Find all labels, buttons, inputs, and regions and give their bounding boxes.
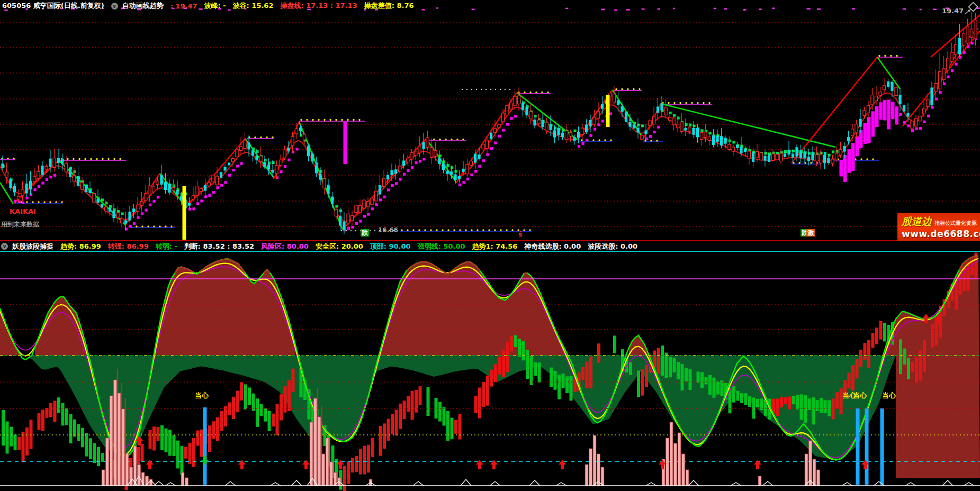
top-status-bar: 605056 咸亨国际(日线.前复权)∨自动画线趋势: 19.47波峰: -波谷… [0, 0, 980, 12]
ind-bar-item-8: 强弱线: 50.00 [418, 242, 465, 251]
top-bar-item-4: 波谷: 15.62 [233, 1, 274, 11]
ind-bar-item-2: 转强: 86.99 [108, 242, 149, 251]
chart-label-4: ŝ [518, 231, 523, 238]
chart-label-7: 19.47 [942, 7, 964, 15]
ind-bar-item-7: 顶部: 90.00 [370, 242, 411, 251]
top-bar-item-6: 操盘差值: 8.76 [364, 1, 414, 11]
trading-app-window: 605056 咸亨国际(日线.前复权)∨自动画线趋势: 19.47波峰: -波谷… [0, 0, 980, 491]
ind-bar-item-6: 安全区: 20.00 [316, 242, 363, 251]
chart-label-3: 跌 [361, 229, 369, 237]
indicator-params-bar: ∨妖股波段捕捉趋势: 86.99转强: 86.99转弱: -判断: 83.52 … [0, 241, 980, 252]
ind-bar-item-3: 转弱: - [156, 242, 177, 251]
chart-label-11: 当心 [882, 392, 896, 399]
collapse-main-chart-icon[interactable]: ∨ [111, 3, 118, 10]
watermark-brand: 股道边 [902, 215, 932, 229]
chart-label-0: KAIKAI [10, 208, 36, 215]
ind-bar-item-11: 波段选股: 0.00 [588, 242, 637, 251]
ind-bar-item-0: 妖股波段捕捉 [12, 242, 53, 251]
ind-bar-item-5: 风险区: 80.00 [261, 242, 309, 251]
top-bar-item-5: 操盘线: 17.13 : 17.13 [280, 1, 357, 11]
chart-label-8: 当心 [195, 392, 209, 399]
chart-label-1: 用到未来数据 [1, 221, 39, 228]
chart-label-2: 16.66 [378, 226, 398, 234]
watermark-ad: 股道边 指标公式量化资源 www.de6688.com [897, 213, 980, 241]
ind-bar-item-4: 判断: 83.52 : 83.52 [184, 242, 254, 251]
top-bar-item-1: 自动画线趋势 [122, 1, 164, 11]
watermark-url: www.de6688.com [902, 229, 977, 239]
ind-bar-item-9: 趋势1: 74.56 [472, 242, 518, 251]
top-bar-item-0: 605056 咸亨国际(日线.前复权) [2, 1, 104, 11]
top-bar-item-3: 波峰: - [204, 1, 226, 11]
collapse-indicator-icon[interactable]: ∨ [1, 243, 8, 250]
top-bar-item-2: : 19.47 [170, 2, 197, 10]
watermark-tagline: 指标公式量化资源 [934, 220, 977, 227]
chart-label-10: 当心 [853, 392, 867, 399]
ind-bar-item-1: 趋势: 86.99 [60, 242, 101, 251]
ind-bar-item-10: 神奇线选股: 0.00 [524, 242, 581, 251]
chart-label-6: 激 [806, 229, 815, 237]
